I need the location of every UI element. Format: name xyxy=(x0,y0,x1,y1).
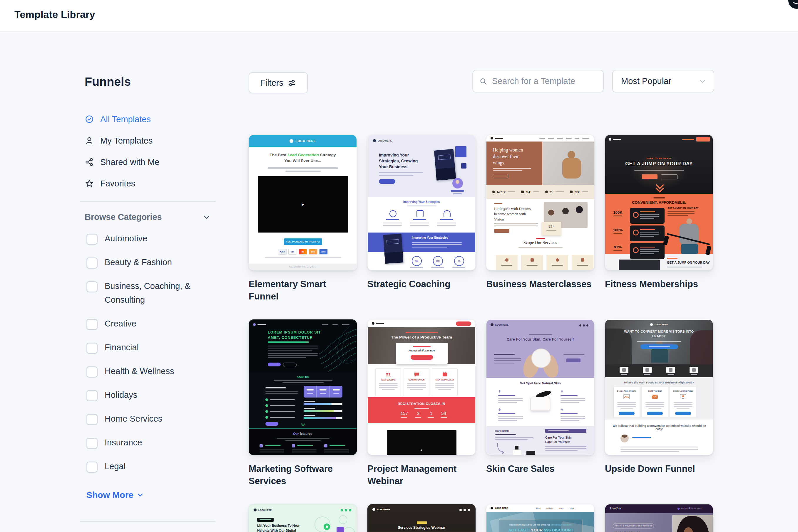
category-home-services[interactable]: Home Services xyxy=(86,414,216,426)
template-title[interactable]: Upside Down Funnel xyxy=(605,463,711,475)
bottom-image xyxy=(619,260,660,270)
thumb-headline: CREATE ALIFE YOU xyxy=(613,530,640,532)
social-icon xyxy=(468,509,470,511)
checkbox[interactable] xyxy=(86,234,97,245)
sort-dropdown[interactable]: Most Popular xyxy=(612,70,714,93)
category-insurance[interactable]: Insurance xyxy=(86,438,216,450)
sidebar-item-shared-with-me[interactable]: Shared with Me xyxy=(85,157,216,167)
price-text: Only $49.99 xyxy=(495,430,509,433)
hero-tag: DARE TO BE GREAT xyxy=(605,157,713,159)
hero-tag-placeholder xyxy=(405,332,438,333)
checkbox[interactable] xyxy=(86,461,97,473)
checkbox[interactable] xyxy=(86,258,97,269)
template-thumbnail-project-management-webinar[interactable]: The Power of a Productive Team August 9t… xyxy=(367,319,475,455)
monitor-icon xyxy=(680,394,686,399)
template-title[interactable]: Skin Care Sales xyxy=(486,463,592,475)
category-creative[interactable]: Creative xyxy=(86,319,216,330)
template-thumbnail-strategic-coaching[interactable]: LOGO HERE Improving YourStrategies, Grow… xyxy=(367,135,475,270)
template-thumbnail-services-strategies-webinar[interactable]: LOGO HERE Services Strategies Webinar xyxy=(367,504,475,532)
placeholder-line xyxy=(536,238,545,239)
thumb-headline: The Best Lead Generation Strategy xyxy=(249,153,357,157)
checkbox[interactable] xyxy=(86,438,97,449)
template-card: The Power of a Productive Team August 9t… xyxy=(367,319,475,487)
social-icon xyxy=(459,509,462,511)
template-title[interactable]: Strategic Coaching xyxy=(367,278,473,290)
thumb-footer: Copyright 2022 © Company Name xyxy=(249,264,357,270)
nav-link-placeholder xyxy=(342,324,349,325)
checkbox[interactable] xyxy=(86,390,97,401)
service-box xyxy=(572,255,594,270)
stat: 214+ xyxy=(521,190,539,194)
category-business-coaching-consulting[interactable]: Business, Coaching, & Consulting xyxy=(86,281,216,307)
category-automotive[interactable]: Automotive xyxy=(86,234,216,245)
template-title[interactable]: Fitness Memberships xyxy=(605,278,711,290)
template-thumbnail-marketing-software-services[interactable]: LOREM IPSUM DOLOR SITAMET, CONSECTETUR A… xyxy=(249,319,357,455)
template-thumbnail-health-wellness[interactable]: Heather yourname@company.com HEALTH & WE… xyxy=(605,504,713,532)
browse-categories-header[interactable]: Browse Categories xyxy=(85,212,211,222)
sidebar-item-favorites[interactable]: Favorites xyxy=(85,179,216,188)
placeholder-line xyxy=(413,219,426,220)
offer-headline: ACT FAST! YOUR $$$ DISCOUNT xyxy=(499,528,583,532)
checkbox[interactable] xyxy=(86,414,97,425)
placeholder-line xyxy=(268,346,318,346)
template-thumbnail-design-discount[interactable]: LOGO HERE AboutServicesTeamContact TIME … xyxy=(486,504,594,532)
template-library-page: Template Library Funnels All Templates M… xyxy=(0,0,798,532)
cta-button xyxy=(647,412,663,415)
category-list: Automotive Beauty & Fashion Business, Co… xyxy=(86,234,216,473)
category-holidays[interactable]: Holidays xyxy=(86,390,216,402)
cta-button xyxy=(640,344,678,349)
template-title[interactable]: Project Management Webinar xyxy=(367,463,473,487)
template-thumbnail-business-masterclasses[interactable]: Helping womendiscover theirwings. 14,233… xyxy=(486,135,594,270)
checkbox[interactable] xyxy=(86,366,97,378)
placeholder-line xyxy=(410,223,429,224)
feature-icon xyxy=(417,210,423,217)
placeholder-line xyxy=(495,434,516,435)
thumb-headline: Improving YourStrategies, GrowingYour Bu… xyxy=(379,152,429,170)
feature-card: TEAM BUILDING xyxy=(375,368,401,396)
focus-card: Build Your List xyxy=(642,387,668,418)
placeholder-line xyxy=(493,170,522,171)
template-title[interactable]: Marketing Software Services xyxy=(249,463,355,487)
filters-icon xyxy=(288,78,296,87)
placeholder-line xyxy=(259,450,284,450)
template-card: Helping womendiscover theirwings. 14,233… xyxy=(486,135,594,303)
checkbox[interactable] xyxy=(86,319,97,330)
template-title[interactable]: Elementary Smart Funnel xyxy=(249,278,355,303)
category-financial[interactable]: Financial xyxy=(86,343,216,354)
placeholder-line xyxy=(412,242,462,243)
sidebar-item-my-templates[interactable]: My Templates xyxy=(85,136,216,145)
product-jar xyxy=(530,397,550,411)
placeholder-line xyxy=(270,405,295,406)
category-legal[interactable]: Legal xyxy=(86,461,216,473)
category-label: Home Services xyxy=(105,412,202,426)
category-label: Holidays xyxy=(105,388,202,402)
filters-button[interactable]: Filters xyxy=(249,72,308,93)
countdown-value: 58 xyxy=(441,411,446,416)
placeholder-line xyxy=(494,363,515,363)
checkbox[interactable] xyxy=(86,343,97,354)
template-thumbnail-elementary-smart-funnel[interactable]: LOGO HERE The Best Lead Generation Strat… xyxy=(249,135,357,270)
template-thumbnail-fitness-memberships[interactable]: DARE TO BE GREAT GET A JUMP ON YOUR DAY … xyxy=(605,135,713,270)
show-more-link[interactable]: Show More xyxy=(86,490,216,500)
cta-button: YES, INCREASE MY TRAFFIC! xyxy=(284,239,322,245)
search-input[interactable] xyxy=(491,76,597,86)
template-thumbnail-skin-care-sales[interactable]: LOGO HERE Care For Your Skin, Care For Y… xyxy=(486,319,594,455)
category-label: Insurance xyxy=(105,436,202,450)
template-title[interactable]: Business Masterclasses xyxy=(486,278,592,290)
placeholder-line xyxy=(668,211,694,212)
checkbox[interactable] xyxy=(86,281,97,292)
category-health-wellness[interactable]: Health & Wellness xyxy=(86,366,216,378)
placeholder-line xyxy=(324,450,349,450)
template-thumbnail-upside-down-funnel[interactable]: LOGO HERE WANT TO CONVERT MORE VISITORS … xyxy=(605,319,713,455)
placeholder-line xyxy=(498,395,515,396)
category-beauty-fashion[interactable]: Beauty & Fashion xyxy=(86,258,216,269)
template-card: LOREM IPSUM DOLOR SITAMET, CONSECTETUR A… xyxy=(249,319,357,487)
countdown-heading: REGISTRATION CLOSES IN xyxy=(368,402,475,405)
placeholder-line xyxy=(329,445,345,446)
placeholder-line xyxy=(498,413,515,414)
placeholder-line xyxy=(440,219,453,220)
template-thumbnail-digital-marketing[interactable]: LOGO HERE Lift Your Business To NewHeigh… xyxy=(249,504,357,532)
placeholder-line xyxy=(498,418,523,419)
sidebar-item-all-templates[interactable]: All Templates xyxy=(85,114,216,124)
outline-button xyxy=(661,174,677,179)
